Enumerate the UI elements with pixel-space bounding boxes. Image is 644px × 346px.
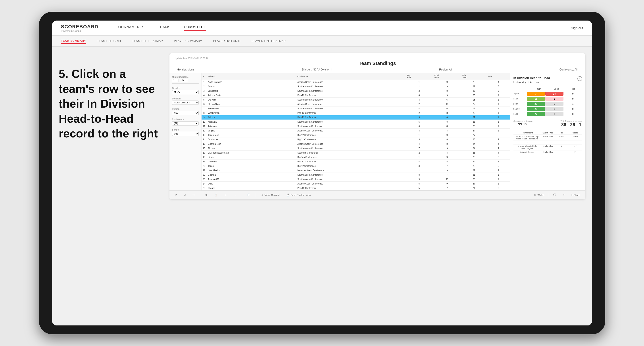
table-row[interactable]: 11 Arkansas Southeastern Conference 6 8 … (202, 124, 510, 129)
conference-filter-label: Conference (172, 118, 199, 121)
school-cell: Georgia (207, 173, 296, 177)
minus-button[interactable]: － (232, 192, 238, 197)
table-row[interactable]: 4 Arizona State Pac-12 Conference 4 9 26… (202, 93, 510, 98)
sub-nav-team-summary[interactable]: TEAM SUMMARY (61, 38, 86, 44)
redo-button[interactable]: ↪ (191, 193, 196, 197)
table-row[interactable]: 15 Georgia Tech Atlantic Coast Conferenc… (202, 142, 510, 146)
table-row[interactable]: 12 Virginia Atlantic Coast Conference 3 … (202, 129, 510, 133)
nav-tournaments[interactable]: TOURNAMENTS (116, 25, 144, 31)
sub-nav-player-h2h-heatmap[interactable]: PLAYER H2H HEATMAP (252, 38, 286, 43)
rank-cell: 14 (202, 138, 207, 142)
tourn-score-2: -17 (568, 145, 582, 147)
share-icon: ⟨⟩ (571, 193, 572, 196)
table-row[interactable]: 10 Alabama Southeastern Conference 5 8 2… (202, 120, 510, 124)
rds-cell: 24 (461, 129, 487, 133)
filter-min-rounds: Minimum Rou... - (172, 76, 199, 84)
table-row[interactable]: 7 Tennessee Southeastern Conference 4 6 … (202, 107, 510, 111)
copy-button[interactable]: ⧉ (204, 193, 209, 197)
save-icon: 💾 (286, 193, 290, 196)
table-row[interactable]: 13 Texas Tech Big 12 Conference 1 9 27 2 (202, 133, 510, 138)
school-cell: Oklahoma (207, 138, 296, 142)
watch-label: Watch (537, 194, 544, 196)
table-row[interactable]: 17 East Tennessee State Southern Confere… (202, 151, 510, 155)
conference-cell: Southeastern Conference (296, 173, 405, 177)
comment-button[interactable]: 💬 (552, 193, 558, 197)
conference-select[interactable]: (All) (172, 121, 199, 126)
min-rounds-min-input[interactable] (172, 79, 179, 82)
undo-button[interactable]: ↩ (173, 193, 178, 197)
h2h-top10-win: 3 (527, 92, 545, 96)
conf-rank-cell: 8 (433, 115, 461, 120)
school-cell: Virginia (207, 129, 296, 133)
sub-nav-player-h2h-grid[interactable]: PLAYER H2H GRID (213, 38, 240, 43)
school-select[interactable]: (All) (172, 132, 199, 136)
rank-cell: 8 (202, 111, 207, 115)
table-row[interactable]: 8 Washington Pac-12 Conference 2 8 23 1 (202, 111, 510, 115)
region-select[interactable]: N/A (172, 111, 199, 115)
table-row[interactable]: 16 Florida Southeastern Conference 7 9 2… (202, 146, 510, 151)
table-row[interactable]: 6 Florida State Atlantic Coast Conferenc… (202, 102, 510, 107)
col-event-type: Event Type (541, 132, 554, 134)
table-row[interactable]: 21 New Mexico Mountain West Conference 1… (202, 168, 510, 173)
table-row[interactable]: 22 Georgia Southeastern Conference 8 7 2… (202, 173, 510, 177)
rds-cell: 23 (461, 80, 487, 84)
table-row[interactable]: 14 Oklahoma Big 12 Conference 3 8 26 2 (202, 138, 510, 142)
conference-cell: Atlantic Coast Conference (296, 102, 405, 107)
division-select[interactable]: NCAA Division I (172, 101, 199, 105)
table-row[interactable]: 2 Auburn Southeastern Conference 1 9 27 … (202, 84, 510, 89)
step-back-button[interactable]: ◁ (182, 193, 188, 197)
watch-button[interactable]: 👁 Watch (532, 193, 546, 197)
conference-cell: Big 12 Conference (296, 164, 405, 168)
table-row[interactable]: 3 Vanderbilt Southeastern Conference 2 8… (202, 89, 510, 93)
share-button[interactable]: ⟨⟩ Share (569, 193, 582, 197)
rds-cell: 20 (461, 164, 487, 168)
conference-cell: Pac-12 Conference (296, 160, 405, 164)
conf-rank-cell: 10 (433, 102, 461, 107)
gender-select[interactable]: Men's (172, 90, 199, 94)
rank-cell: 13 (202, 133, 207, 138)
filter-school: School (All) (172, 129, 199, 136)
reg-rank-cell: 6 (405, 124, 433, 129)
rank-cell: 15 (202, 142, 207, 146)
logo-text: SCOREBOARD (61, 24, 98, 30)
table-row[interactable]: 23 Texas A&M Southeastern Conference 9 1… (202, 177, 510, 182)
clock-icon: 🕐 (247, 193, 250, 196)
table-row[interactable]: 20 Texas Big 12 Conference 3 7 20 0 (202, 164, 510, 168)
add-button[interactable]: ＋ (223, 192, 229, 197)
clock-button[interactable]: 🕐 (246, 193, 252, 197)
toolbar-right: 👁 Watch 💬 ↗ ⟨⟩ Share (532, 193, 582, 197)
conference-cell: Southern Conference (296, 151, 405, 155)
h2h-close-button[interactable]: ✕ (578, 76, 582, 81)
table-row[interactable]: 19 California Pac-12 Conference 4 8 24 2 (202, 160, 510, 164)
table-row[interactable]: 24 Duke Atlantic Coast Conference 5 9 27… (202, 182, 510, 186)
separator-2 (242, 193, 242, 197)
separator-3 (256, 193, 256, 197)
sub-nav-team-h2h-grid[interactable]: TEAM H2H GRID (97, 38, 121, 43)
eye-icon: 👁 (261, 194, 264, 196)
save-custom-button[interactable]: 💾 Save Custom View (285, 193, 313, 197)
reg-rank-cell: 8 (405, 173, 433, 177)
view-original-button[interactable]: 👁 View: Original (260, 193, 282, 197)
conf-rank-cell: 7 (433, 164, 461, 168)
tablet-screen: SCOREBOARD Powered by clippd TOURNAMENTS… (52, 20, 592, 326)
sign-out-button[interactable]: Sign out (566, 26, 583, 30)
export-button[interactable]: ↗ (561, 193, 566, 197)
h2h-top10-loss: 13 (545, 92, 564, 96)
table-row[interactable]: 9 Arizona Pac-12 Conference 3 8 22 1 (202, 115, 510, 120)
add-icon: ＋ (224, 193, 227, 197)
nav-committee[interactable]: COMMITTEE (184, 25, 206, 31)
table-row[interactable]: 5 Ole Miss Southeastern Conference 3 6 1… (202, 98, 510, 102)
table-row[interactable]: 18 Illinois Big Ten Conference 1 9 23 3 (202, 155, 510, 160)
min-rounds-max-input[interactable] (181, 79, 188, 82)
paste-button[interactable]: 📋 (212, 193, 219, 197)
rank-cell: 11 (202, 124, 207, 129)
sub-nav-team-h2h-heatmap[interactable]: TEAM H2H HEATMAP (132, 38, 163, 43)
h2h-tournaments: Tournament Event Type Pos Score Jackson … (514, 131, 582, 154)
table-row[interactable]: 25 Oregon Pac-12 Conference 5 7 21 0 (202, 186, 510, 190)
table-row[interactable]: 1 North Carolina Atlantic Coast Conferen… (202, 80, 510, 84)
sub-nav-player-summary[interactable]: PLAYER SUMMARY (174, 38, 202, 43)
nav-teams[interactable]: TEAMS (158, 25, 170, 31)
filter-division: Division NCAA Division I (172, 97, 199, 105)
school-cell: Tennessee (207, 107, 296, 111)
reg-rank-cell: 1 (405, 133, 433, 138)
